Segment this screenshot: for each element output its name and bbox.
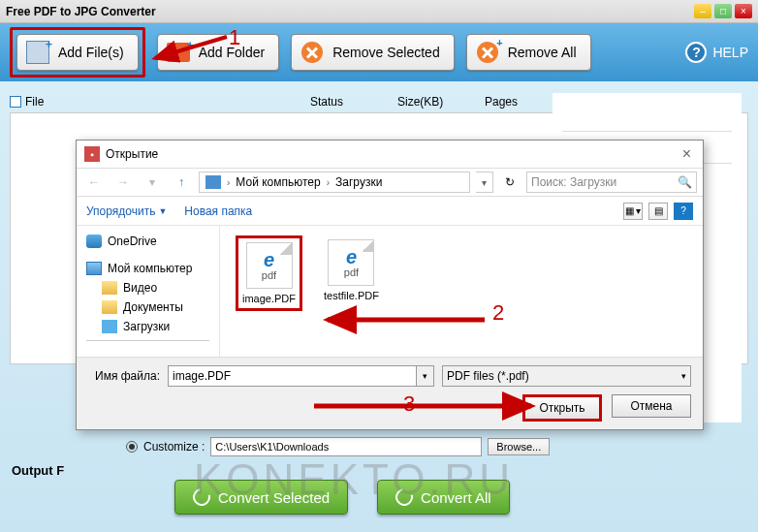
chevron-right-icon: › — [225, 177, 232, 188]
remove-selected-button[interactable]: Remove Selected — [291, 34, 455, 71]
select-all-checkbox[interactable] — [10, 96, 21, 108]
folder-icon — [102, 300, 117, 314]
filename-dropdown[interactable]: ▾ — [417, 365, 434, 387]
add-files-label: Add File(s) — [58, 45, 124, 60]
document-icon — [25, 40, 50, 65]
file-filter-select[interactable]: PDF files (*.pdf) ▾ — [442, 365, 691, 387]
main-toolbar: Add File(s) Add Folder Remove Selected +… — [0, 23, 758, 81]
col-pages: Pages — [485, 95, 543, 109]
filename-input[interactable] — [168, 365, 417, 387]
col-status: Status — [310, 95, 397, 109]
chevron-down-icon: ▼ — [158, 206, 167, 216]
dialog-search-input[interactable]: Поиск: Загрузки 🔍 — [526, 172, 697, 193]
breadcrumb-folder[interactable]: Загрузки — [335, 175, 382, 189]
dialog-title: Открытие — [106, 147, 158, 161]
view-thumbnails-button[interactable]: ▦ ▾ — [623, 203, 643, 220]
file-open-dialog: ▪ Открытие × ← → ▾ ↑ › Мой компьютер › З… — [76, 140, 704, 430]
breadcrumb-root[interactable]: Мой компьютер — [236, 175, 320, 189]
filename-label: Имя файла: — [88, 369, 160, 383]
breadcrumb[interactable]: › Мой компьютер › Загрузки — [199, 172, 470, 193]
dialog-close-button[interactable]: × — [679, 145, 695, 163]
sidebar-item-documents[interactable]: Документы — [77, 297, 219, 317]
help-button[interactable]: ? HELP — [685, 42, 748, 63]
convert-selected-label: Convert Selected — [218, 489, 330, 506]
add-folder-button[interactable]: Add Folder — [157, 34, 279, 71]
remove-selected-label: Remove Selected — [332, 45, 440, 60]
convert-selected-button[interactable]: Convert Selected — [174, 480, 348, 515]
nav-refresh-button[interactable]: ↻ — [499, 175, 521, 189]
search-icon: 🔍 — [678, 175, 692, 189]
add-files-highlight: Add File(s) — [10, 27, 145, 78]
computer-icon — [86, 262, 102, 275]
sidebar-item-onedrive[interactable]: OneDrive — [77, 232, 219, 251]
folder-icon — [102, 281, 117, 295]
new-folder-button[interactable]: Новая папка — [184, 204, 252, 218]
help-icon: ? — [685, 42, 707, 63]
minimize-button[interactable]: – — [694, 4, 711, 18]
output-path-input[interactable] — [210, 437, 482, 456]
sidebar-item-mycomputer[interactable]: Мой компьютер — [77, 259, 219, 278]
file-item[interactable]: epdf image.PDF — [236, 235, 302, 311]
nav-forward-button[interactable]: → — [111, 172, 135, 193]
dialog-help-button[interactable]: ? — [674, 203, 693, 220]
add-folder-label: Add Folder — [199, 45, 265, 60]
file-item[interactable]: epdf testfile.PDF — [320, 235, 383, 305]
nav-dropdown-button[interactable]: ▾ — [141, 172, 164, 193]
help-label: HELP — [712, 45, 748, 60]
browse-button[interactable]: Browse... — [488, 438, 550, 455]
sidebar-item-video[interactable]: Видео — [77, 278, 219, 297]
organize-button[interactable]: Упорядочить ▼ — [86, 204, 167, 218]
nav-up-button[interactable]: ↑ — [170, 172, 193, 193]
view-details-button[interactable]: ▤ — [648, 203, 668, 220]
col-file: File — [25, 95, 44, 109]
customize-row: Customize : Browse... — [126, 437, 550, 456]
close-button[interactable]: × — [735, 4, 752, 18]
convert-icon — [190, 485, 214, 510]
customize-radio[interactable] — [126, 441, 138, 453]
dialog-app-icon: ▪ — [84, 146, 100, 162]
folder-icon — [166, 40, 191, 65]
chevron-right-icon: › — [325, 177, 332, 188]
dialog-body: OneDrive Мой компьютер Видео Документы З… — [77, 226, 703, 357]
breadcrumb-dropdown[interactable]: ▾ — [476, 172, 493, 193]
downloads-icon — [102, 320, 117, 333]
maximize-button[interactable]: □ — [714, 4, 732, 18]
pdf-file-icon: epdf — [328, 239, 374, 286]
sidebar-item-downloads[interactable]: Загрузки — [77, 317, 219, 336]
remove-all-icon: + — [475, 40, 500, 65]
onedrive-icon — [86, 235, 102, 248]
search-placeholder: Поиск: Загрузки — [531, 175, 616, 189]
remove-all-button[interactable]: + Remove All — [466, 34, 591, 71]
add-files-button[interactable]: Add File(s) — [16, 34, 139, 71]
nav-back-button[interactable]: ← — [82, 172, 106, 193]
convert-row: Convert Selected Convert All — [174, 480, 510, 515]
app-title: Free PDF to JPG Converter — [6, 5, 156, 18]
titlebar: Free PDF to JPG Converter – □ × — [0, 0, 758, 23]
dialog-sidebar: OneDrive Мой компьютер Видео Документы З… — [77, 226, 220, 357]
customize-label: Customize : — [143, 440, 205, 454]
file-name: testfile.PDF — [324, 290, 379, 301]
col-size: Size(KB) — [397, 95, 485, 109]
remove-all-label: Remove All — [508, 45, 577, 60]
dialog-titlebar: ▪ Открытие × — [77, 141, 703, 168]
convert-icon — [393, 485, 417, 510]
file-name: image.PDF — [242, 293, 296, 304]
dialog-file-area[interactable]: epdf image.PDF epdf testfile.PDF — [220, 226, 703, 357]
output-label: Output F — [12, 463, 64, 478]
dialog-nav: ← → ▾ ↑ › Мой компьютер › Загрузки ▾ ↻ П… — [77, 168, 703, 197]
pdf-file-icon: epdf — [246, 242, 293, 289]
remove-x-icon — [300, 40, 325, 65]
open-button[interactable]: Открыть — [522, 394, 602, 422]
convert-all-label: Convert All — [421, 489, 491, 506]
computer-icon — [205, 175, 221, 189]
cancel-button[interactable]: Отмена — [612, 394, 691, 418]
convert-all-button[interactable]: Convert All — [377, 480, 510, 515]
dialog-toolbar: Упорядочить ▼ Новая папка ▦ ▾ ▤ ? — [77, 197, 703, 226]
dialog-bottom: Имя файла: ▾ PDF files (*.pdf) ▾ Открыть… — [77, 357, 703, 429]
chevron-down-icon: ▾ — [681, 371, 686, 381]
